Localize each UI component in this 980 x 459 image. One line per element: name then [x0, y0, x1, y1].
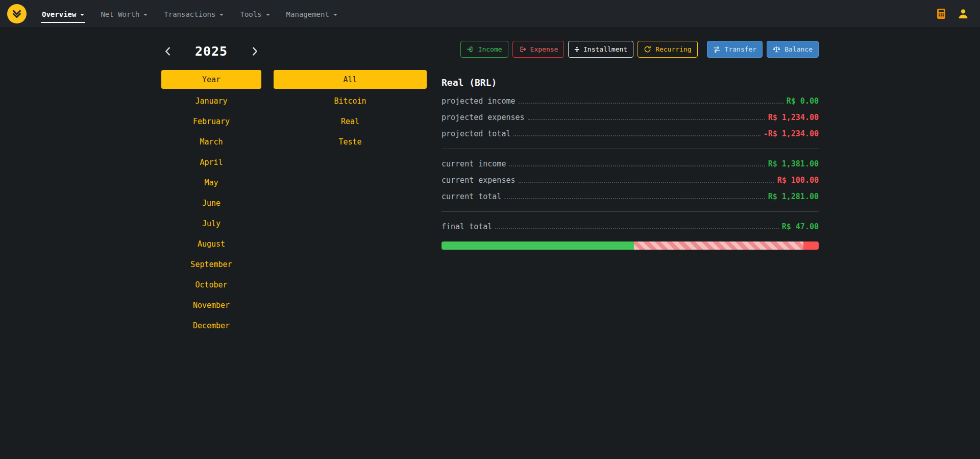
filter-label: Transfer	[725, 45, 757, 53]
wallets-column: All Bitcoin Real Teste	[274, 41, 427, 336]
summary-row-value: R$ 1,381.00	[768, 159, 819, 168]
month-november[interactable]: November	[161, 295, 261, 316]
filter-label: Balance	[785, 45, 813, 53]
wallet-teste[interactable]: Teste	[274, 132, 427, 152]
summary-row-label: current expenses	[442, 176, 516, 185]
user-profile-button[interactable]	[957, 7, 970, 20]
month-september[interactable]: September	[161, 254, 261, 275]
nav-item-transactions[interactable]: Transactions	[163, 5, 225, 23]
summary-row: projected income R$ 0.00	[442, 93, 819, 109]
calculator-button[interactable]	[935, 7, 947, 20]
divider	[442, 211, 819, 212]
dotted-leader	[528, 115, 765, 120]
period-selector: 2025 Year January February March April M…	[161, 41, 427, 336]
double-chevron-down-icon	[11, 8, 22, 19]
dotted-leader	[519, 99, 783, 104]
divide-icon: ÷	[574, 45, 579, 54]
main-content: 2025 Year January February March April M…	[161, 28, 819, 336]
nav-item-overview[interactable]: Overview	[41, 5, 85, 23]
filter-label: Income	[478, 45, 502, 53]
month-july[interactable]: July	[161, 213, 261, 234]
summary-row-label: current income	[442, 159, 506, 168]
summary-row-label: projected income	[442, 96, 516, 106]
month-june[interactable]: June	[161, 193, 261, 213]
summary-row: current income R$ 1,381.00	[442, 156, 819, 172]
month-february[interactable]: February	[161, 111, 261, 132]
current-year-label: 2025	[195, 44, 228, 59]
progress-segment-expense-striped	[634, 241, 804, 250]
summary-row: projected total -R$ 1,234.00	[442, 126, 819, 142]
summary-row-final: final total R$ 47.00	[442, 219, 819, 235]
month-april[interactable]: April	[161, 152, 261, 173]
divider	[442, 149, 819, 149]
calculator-icon	[936, 8, 946, 19]
progress-segment-expense	[803, 241, 819, 250]
summary-row-value: R$ 100.00	[777, 176, 819, 185]
month-may[interactable]: May	[161, 173, 261, 193]
month-october[interactable]: October	[161, 275, 261, 295]
filter-label: Recurring	[655, 45, 691, 53]
all-wallets-button[interactable]: All	[274, 70, 427, 89]
chevron-down-icon	[333, 14, 337, 16]
dotted-leader	[495, 224, 778, 229]
year-navigation: 2025	[161, 41, 261, 62]
nav-item-management[interactable]: Management	[285, 5, 338, 23]
filter-transfer-button[interactable]: Transfer	[707, 41, 763, 58]
dotted-leader	[513, 131, 760, 136]
sign-in-icon	[467, 45, 474, 53]
month-january[interactable]: January	[161, 91, 261, 111]
summary-panel: Income Expense ÷ Installment Recurring	[442, 41, 819, 250]
dotted-leader	[509, 161, 765, 166]
month-march[interactable]: March	[161, 132, 261, 152]
nav-item-label: Overview	[42, 10, 76, 18]
app-logo[interactable]	[7, 4, 27, 23]
nav-item-label: Transactions	[164, 10, 215, 18]
sign-out-icon	[519, 45, 526, 53]
filter-income-button[interactable]: Income	[460, 41, 508, 58]
transfer-icon	[713, 45, 721, 53]
wallet-bitcoin[interactable]: Bitcoin	[274, 91, 427, 111]
main-nav: Overview Net Worth Transactions Tools Ma…	[34, 5, 346, 23]
summary-row: current total R$ 1,281.00	[442, 188, 819, 205]
summary-row-value: R$ 1,281.00	[768, 192, 819, 201]
nav-item-net-worth[interactable]: Net Worth	[100, 5, 149, 23]
months-column: 2025 Year January February March April M…	[161, 41, 261, 336]
summary-row-label: final total	[442, 222, 492, 231]
transaction-filter-buttons: Income Expense ÷ Installment Recurring	[442, 41, 819, 58]
recurring-icon	[644, 45, 651, 53]
dotted-leader	[504, 194, 765, 199]
year-button[interactable]: Year	[161, 70, 261, 89]
summary-row-value: R$ 0.00	[787, 96, 819, 106]
filter-expense-button[interactable]: Expense	[512, 41, 565, 58]
previous-year-button[interactable]	[162, 46, 173, 57]
progress-segment-income	[442, 241, 634, 250]
nav-item-label: Net Worth	[101, 10, 139, 18]
chevron-down-icon	[80, 14, 84, 16]
balance-scale-icon	[773, 45, 780, 53]
wallet-real[interactable]: Real	[274, 111, 427, 132]
summary-row: current expenses R$ 100.00	[442, 172, 819, 188]
summary-row-value: -R$ 1,234.00	[764, 129, 819, 138]
month-december[interactable]: December	[161, 316, 261, 336]
wallet-summary-title: Real (BRL)	[442, 77, 819, 88]
summary-row-value: R$ 47.00	[782, 222, 819, 231]
nav-item-tools[interactable]: Tools	[239, 5, 271, 23]
summary-row-label: projected total	[442, 129, 510, 138]
chevron-down-icon	[219, 14, 224, 16]
next-year-button[interactable]	[250, 46, 260, 57]
chevron-down-icon	[266, 14, 270, 16]
summary-row-label: projected expenses	[442, 113, 525, 122]
user-icon	[958, 8, 969, 19]
filter-label: Expense	[530, 45, 558, 53]
income-expense-progress-bar	[442, 241, 819, 250]
month-august[interactable]: August	[161, 234, 261, 254]
chevron-down-icon	[143, 14, 148, 16]
filter-recurring-button[interactable]: Recurring	[638, 41, 697, 58]
nav-item-label: Tools	[240, 10, 261, 18]
filter-balance-button[interactable]: Balance	[767, 41, 819, 58]
top-navbar: Overview Net Worth Transactions Tools Ma…	[0, 0, 980, 28]
dotted-leader	[519, 178, 774, 183]
filter-installment-button[interactable]: ÷ Installment	[568, 41, 633, 58]
navbar-actions	[935, 7, 973, 20]
summary-row: projected expenses R$ 1,234.00	[442, 109, 819, 126]
